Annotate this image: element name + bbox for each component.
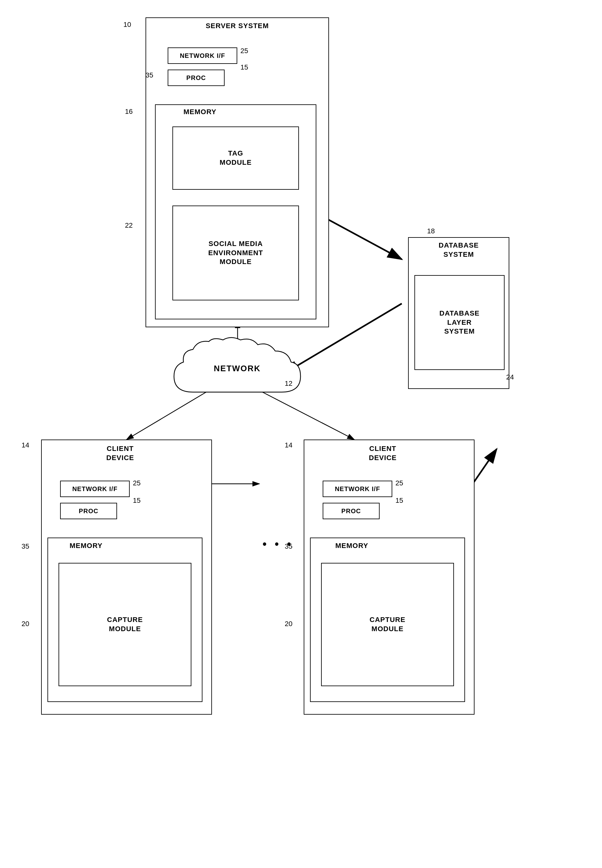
right-capture-module-ref: 20 bbox=[285, 620, 292, 628]
tag-module-box: TAG MODULE bbox=[172, 126, 299, 190]
left-client-network-if-label: NETWORK I/F bbox=[72, 485, 117, 493]
server-system-label: SERVER SYSTEM bbox=[177, 21, 297, 31]
right-client-network-if-box: NETWORK I/F bbox=[322, 481, 392, 497]
left-capture-module-ref: 20 bbox=[22, 620, 29, 628]
network-cloud: NETWORK bbox=[167, 335, 307, 408]
left-capture-module-label: CAPTURE MODULE bbox=[107, 615, 143, 633]
left-client-network-if-ref: 25 bbox=[133, 479, 140, 487]
network-ref: 12 bbox=[285, 379, 292, 388]
right-client-network-if-label: NETWORK I/F bbox=[335, 485, 380, 493]
tag-module-label: TAG MODULE bbox=[220, 149, 252, 167]
left-client-proc-box: PROC bbox=[60, 503, 117, 519]
left-capture-module-box: CAPTURE MODULE bbox=[58, 563, 191, 686]
server-memory-label: MEMORY bbox=[183, 107, 217, 117]
server-system-ref: 10 bbox=[123, 21, 131, 29]
left-client-ref: 14 bbox=[22, 441, 29, 449]
network-label: NETWORK bbox=[193, 363, 281, 373]
database-system-ref: 18 bbox=[427, 227, 435, 235]
left-client-memory-ref: 35 bbox=[22, 542, 29, 551]
left-client-label: CLIENT DEVICE bbox=[63, 444, 177, 462]
server-network-if-box: NETWORK I/F bbox=[167, 48, 237, 64]
database-system-label: DATABASE SYSTEM bbox=[411, 241, 506, 259]
right-client-ref: 14 bbox=[285, 441, 292, 449]
left-client-memory-label: MEMORY bbox=[70, 541, 103, 551]
right-client-proc-ref-num: 15 bbox=[395, 497, 403, 505]
server-network-if-ref: 25 bbox=[240, 47, 248, 55]
social-media-module-label: SOCIAL MEDIA ENVIRONMENT MODULE bbox=[208, 239, 263, 267]
server-memory-ref: 16 bbox=[125, 107, 132, 116]
db-layer-box: DATABASE LAYER SYSTEM bbox=[415, 275, 505, 370]
right-client-network-if-ref: 25 bbox=[395, 479, 403, 487]
social-media-ref: 22 bbox=[125, 221, 132, 230]
db-layer-label: DATABASE LAYER SYSTEM bbox=[439, 309, 479, 336]
right-client-memory-ref: 35 bbox=[285, 542, 292, 551]
right-capture-module-box: CAPTURE MODULE bbox=[321, 563, 454, 686]
server-proc-label: PROC bbox=[186, 74, 206, 81]
server-proc-left-ref: 35 bbox=[146, 71, 153, 79]
left-client-proc-label: PROC bbox=[79, 508, 98, 515]
right-client-memory-label: MEMORY bbox=[335, 541, 368, 551]
right-client-proc-box: PROC bbox=[322, 503, 379, 519]
social-media-module-box: SOCIAL MEDIA ENVIRONMENT MODULE bbox=[172, 205, 299, 301]
right-client-label: CLIENT DEVICE bbox=[326, 444, 440, 462]
server-proc-box: PROC bbox=[167, 69, 224, 86]
server-proc-ref-line: 15 bbox=[240, 63, 248, 72]
db-layer-ref: 24 bbox=[506, 373, 514, 381]
left-client-proc-ref-num: 15 bbox=[133, 497, 140, 505]
server-network-if-label: NETWORK I/F bbox=[180, 52, 225, 60]
right-capture-module-label: CAPTURE MODULE bbox=[370, 615, 405, 633]
left-client-network-if-box: NETWORK I/F bbox=[60, 481, 130, 497]
right-client-proc-label: PROC bbox=[341, 508, 361, 515]
